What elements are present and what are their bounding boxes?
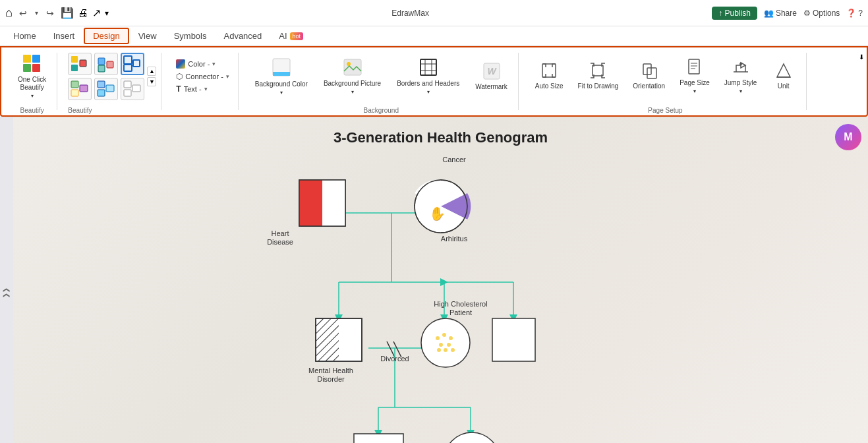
color-button[interactable]: Color - ▾ — [172, 58, 233, 70]
fit-icon — [589, 62, 606, 80]
parent-male-node — [316, 318, 362, 361]
options-button[interactable]: ⚙ Options — [803, 9, 840, 18]
one-click-section: One ClickBeautify ▾ Beautify — [7, 50, 57, 113]
text-button[interactable]: T Text - ▾ — [172, 83, 233, 95]
undo-button[interactable]: ↩ — [16, 7, 30, 20]
style-btn-2[interactable] — [94, 53, 118, 75]
bg-color-icon — [272, 57, 291, 78]
menu-insert[interactable]: Insert — [45, 29, 83, 43]
menu-view[interactable]: View — [130, 29, 165, 43]
menu-symbols[interactable]: Symbols — [166, 29, 215, 43]
help-icon: ❓ — [846, 9, 856, 18]
color-swatch — [176, 59, 185, 69]
main-area: ❮❮ M 3-Generation Health Genogram — [0, 117, 868, 443]
svg-point-76 — [421, 318, 470, 367]
expand-button[interactable]: ⬇ — [859, 53, 864, 61]
app-title: EdrawMax — [109, 9, 712, 18]
share-button[interactable]: 👥 Share — [764, 9, 797, 18]
home-button[interactable]: ⌂ — [5, 6, 13, 20]
svg-rect-10 — [124, 56, 132, 64]
style-btn-3[interactable] — [121, 53, 144, 75]
background-group: Background Color ▾ Background Picture ▾ — [249, 50, 513, 102]
grandmother-node: ✋ — [415, 180, 471, 233]
svg-point-42 — [739, 63, 742, 65]
publish-icon: ↑ — [718, 9, 722, 18]
menu-advanced[interactable]: Advanced — [216, 29, 270, 43]
background-label: Background — [364, 107, 399, 114]
scroll-up-button[interactable]: ▲ — [147, 67, 156, 76]
connector-button[interactable]: ⬡ Connector - ▾ — [172, 71, 233, 82]
genogram-svg: Heart Disease ✋ Cancer Arhiritus — [237, 150, 645, 443]
svg-rect-23 — [273, 72, 290, 76]
background-section: Background Color ▾ Background Picture ▾ — [244, 50, 519, 113]
orientation-button[interactable]: Orientation — [627, 50, 671, 102]
svg-point-90 — [444, 432, 500, 443]
svg-rect-14 — [71, 90, 78, 96]
grandfather-node — [299, 180, 345, 226]
svg-rect-6 — [80, 60, 86, 67]
jump-style-button[interactable]: Jump Style ▾ — [718, 50, 763, 102]
color-dropdown-arrow: ▾ — [212, 61, 216, 67]
svg-rect-12 — [133, 60, 140, 67]
canvas-area[interactable]: M 3-Generation Health Genogram — [13, 117, 868, 443]
unit-icon — [776, 63, 792, 81]
help-button[interactable]: ❓ ? — [846, 9, 863, 18]
one-click-beautify-button[interactable]: One ClickBeautify ▾ — [12, 50, 52, 102]
bg-color-button[interactable]: Background Color ▾ — [249, 50, 314, 102]
style-btn-1[interactable] — [68, 53, 92, 75]
svg-marker-43 — [777, 64, 790, 77]
watermark-button[interactable]: W Watermark — [469, 50, 513, 102]
svg-rect-15 — [80, 85, 88, 92]
publish-button[interactable]: ↑ Publish — [712, 7, 757, 20]
save-button[interactable]: 💾 — [61, 7, 74, 19]
svg-rect-2 — [32, 55, 40, 63]
settings-icon: ⚙ — [803, 9, 811, 18]
menu-home[interactable]: Home — [5, 29, 44, 43]
style-btn-5[interactable] — [94, 78, 118, 100]
svg-rect-3 — [32, 64, 40, 72]
svg-rect-18 — [106, 85, 114, 92]
page-setup-label: Page Setup — [648, 107, 682, 114]
connector-dropdown-arrow: ▾ — [226, 73, 229, 80]
borders-icon — [419, 58, 438, 78]
beautify-styles-section: ▲ ▼ Beautify — [63, 50, 161, 113]
svg-rect-16 — [98, 81, 105, 88]
unit-button[interactable]: Unit — [765, 50, 801, 102]
undo-dropdown[interactable]: ▾ — [32, 8, 41, 18]
svg-point-84 — [451, 348, 455, 352]
export-button[interactable]: ↗ — [92, 7, 101, 19]
svg-rect-61 — [299, 180, 322, 226]
beautify-icon — [22, 53, 43, 74]
child-female-node — [444, 432, 500, 443]
redo-button[interactable]: ↪ — [43, 7, 57, 20]
svg-point-83 — [437, 348, 441, 352]
svg-rect-7 — [98, 58, 105, 65]
menu-design[interactable]: Design — [84, 28, 129, 44]
ribbon-content: One ClickBeautify ▾ Beautify — [0, 46, 868, 117]
menu-ai[interactable]: AI hot — [271, 29, 311, 43]
uncle-node — [492, 318, 535, 361]
bg-picture-button[interactable]: Background Picture ▾ — [318, 50, 387, 102]
borders-button[interactable]: Borders and Headers ▾ — [391, 50, 465, 102]
left-panel-toggle[interactable]: ❮❮ — [0, 117, 13, 443]
svg-rect-17 — [98, 90, 105, 96]
svg-rect-4 — [71, 56, 78, 63]
svg-text:Mental Health: Mental Health — [308, 367, 353, 374]
fit-to-drawing-button[interactable]: Fit to Drawing — [572, 50, 625, 102]
history-controls: ↩ ▾ ↪ — [16, 7, 57, 20]
svg-rect-8 — [98, 65, 105, 72]
scroll-down-button[interactable]: ▼ — [147, 77, 156, 86]
auto-size-button[interactable]: Auto Size — [529, 50, 569, 102]
svg-rect-88 — [492, 318, 535, 361]
svg-rect-5 — [71, 65, 78, 71]
svg-point-80 — [439, 343, 443, 347]
parent-female-node — [421, 318, 470, 367]
svg-point-78 — [442, 333, 446, 337]
style-btn-6[interactable] — [121, 78, 144, 100]
style-btn-4[interactable] — [68, 78, 92, 100]
page-size-button[interactable]: Page Size ▾ — [674, 50, 716, 102]
bg-picture-icon — [343, 58, 362, 78]
print-button[interactable]: 🖨 — [78, 7, 88, 19]
svg-text:High Cholesterol: High Cholesterol — [434, 300, 487, 308]
page-size-icon — [687, 59, 702, 77]
